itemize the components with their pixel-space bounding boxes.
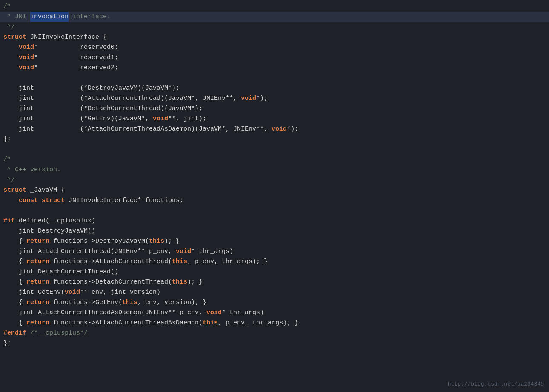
code-token: * reserved2; — [34, 63, 118, 73]
code-line: { return functions->DetachCurrentThread(… — [0, 277, 549, 287]
code-token — [38, 196, 42, 205]
code-token: functions->GetEnv( — [49, 298, 122, 307]
code-token: **, jint); — [168, 114, 206, 124]
code-token: jint (*GetEnv)(JavaVM*, — [3, 114, 153, 124]
code-token: jint AttachCurrentThread(JNIEnv** p_env, — [3, 247, 176, 256]
code-token: return — [26, 298, 49, 307]
code-token: jint (*DetachCurrentThread)(JavaVM*); — [3, 104, 203, 114]
code-token: jint AttachCurrentThreadAsDaemon(JNIEnv*… — [3, 308, 206, 318]
code-line: { return functions->DestroyJavaVM(this);… — [0, 236, 549, 247]
code-line: jint (*DestroyJavaVM)(JavaVM*); — [0, 83, 549, 94]
code-token: this — [149, 236, 164, 246]
code-token: { — [3, 277, 26, 287]
code-token: struct — [3, 32, 26, 42]
code-token: , p_env, thr_args); } — [218, 318, 298, 328]
code-token: interface. — [69, 12, 111, 22]
code-line: void* reserved0; — [0, 43, 549, 53]
code-token: JNIInvokeInterface { — [26, 32, 107, 42]
code-token: this — [172, 257, 187, 267]
code-line: jint (*DetachCurrentThread)(JavaVM*); — [0, 104, 549, 114]
code-line: * JNI invocation interface. — [0, 12, 549, 22]
code-token: defined(__cplusplus) — [15, 216, 95, 226]
code-token: }; — [3, 338, 11, 348]
code-token: struct — [3, 185, 26, 195]
code-token: functions->DestroyJavaVM( — [49, 236, 149, 246]
code-token: struct — [42, 196, 65, 205]
code-line: jint (*AttachCurrentThreadAsDaemon)(Java… — [0, 124, 549, 134]
code-token: }; — [3, 134, 11, 144]
code-token: * C++ version. — [3, 165, 61, 175]
code-line: jint DestroyJavaVM() — [0, 226, 549, 236]
code-line: #if defined(__cplusplus) — [0, 216, 549, 226]
code-token: jint GetEnv( — [3, 287, 65, 297]
code-token: ** env, jint version) — [80, 287, 160, 297]
code-token: ); } — [164, 236, 180, 246]
code-token: void — [153, 114, 168, 124]
code-token: jint (*AttachCurrentThread)(JavaVM*, JNI… — [3, 94, 241, 103]
code-token: #if — [3, 216, 15, 226]
code-token: void — [206, 308, 222, 318]
code-token: { — [3, 257, 26, 267]
code-token: return — [26, 236, 49, 246]
code-line: jint DetachCurrentThread() — [0, 267, 549, 277]
code-line: jint GetEnv(void** env, jint version) — [0, 287, 549, 298]
code-token: void — [272, 124, 287, 134]
code-line: /* — [0, 2, 549, 12]
code-token: */ — [3, 175, 15, 185]
code-line: jint AttachCurrentThread(JNIEnv** p_env,… — [0, 247, 549, 257]
code-token: void — [19, 63, 34, 73]
code-line: { return functions->GetEnv(this, env, ve… — [0, 298, 549, 308]
code-token: return — [26, 277, 49, 287]
code-token: void — [65, 287, 80, 297]
code-line: #endif /*__cplusplus*/ — [0, 328, 549, 338]
code-token: this — [172, 277, 187, 287]
code-token: *); — [256, 94, 268, 103]
code-token: jint DestroyJavaVM() — [3, 226, 95, 236]
code-token: #endif — [3, 328, 26, 338]
code-token: return — [26, 257, 49, 267]
code-token: void — [241, 94, 256, 103]
code-token: { — [3, 318, 26, 328]
code-token: _JavaVM { — [26, 185, 65, 195]
code-token: void — [176, 247, 191, 256]
code-line: const struct JNIInvokeInterface* functio… — [0, 196, 549, 206]
code-line — [0, 73, 549, 83]
code-line: }; — [0, 338, 549, 349]
code-token: { — [3, 236, 26, 246]
code-line: { return functions->AttachCurrentThreadA… — [0, 318, 549, 328]
code-token — [3, 43, 19, 52]
code-token — [3, 53, 19, 62]
code-token: * thr_args) — [222, 308, 264, 318]
code-token: * thr_args) — [191, 247, 233, 256]
code-token: *); — [287, 124, 298, 134]
code-token: jint DetachCurrentThread() — [3, 267, 118, 277]
code-token: return — [26, 318, 49, 328]
code-token: jint (*DestroyJavaVM)(JavaVM*); — [3, 83, 180, 93]
code-editor: /* * JNI invocation interface. */struct … — [0, 0, 549, 392]
code-token: this — [122, 298, 137, 307]
code-token: * reserved0; — [34, 43, 118, 52]
code-line: */ — [0, 22, 549, 32]
code-line: void* reserved1; — [0, 53, 549, 63]
code-token: invocation — [30, 12, 69, 22]
code-token: , env, version); } — [137, 298, 206, 307]
code-token: /* — [3, 2, 11, 11]
code-token: { — [3, 298, 26, 307]
code-line: struct JNIInvokeInterface { — [0, 32, 549, 43]
code-line: }; — [0, 134, 549, 145]
code-line — [0, 145, 549, 155]
code-line: jint AttachCurrentThreadAsDaemon(JNIEnv*… — [0, 308, 549, 318]
code-token: /*__cplusplus*/ — [26, 328, 88, 338]
code-line: */ — [0, 175, 549, 185]
code-token: this — [203, 318, 218, 328]
code-token: /* — [3, 155, 11, 165]
watermark: http://blog.csdn.net/aa234345 — [448, 380, 544, 389]
code-token: functions->DetachCurrentThread( — [49, 277, 172, 287]
code-token: functions->AttachCurrentThread( — [49, 257, 172, 267]
code-line: jint (*AttachCurrentThread)(JavaVM*, JNI… — [0, 94, 549, 104]
code-token — [3, 196, 19, 205]
code-line: jint (*GetEnv)(JavaVM*, void**, jint); — [0, 114, 549, 124]
code-token: * JNI — [3, 12, 30, 22]
code-line: { return functions->AttachCurrentThread(… — [0, 257, 549, 267]
code-token: const — [19, 196, 38, 205]
